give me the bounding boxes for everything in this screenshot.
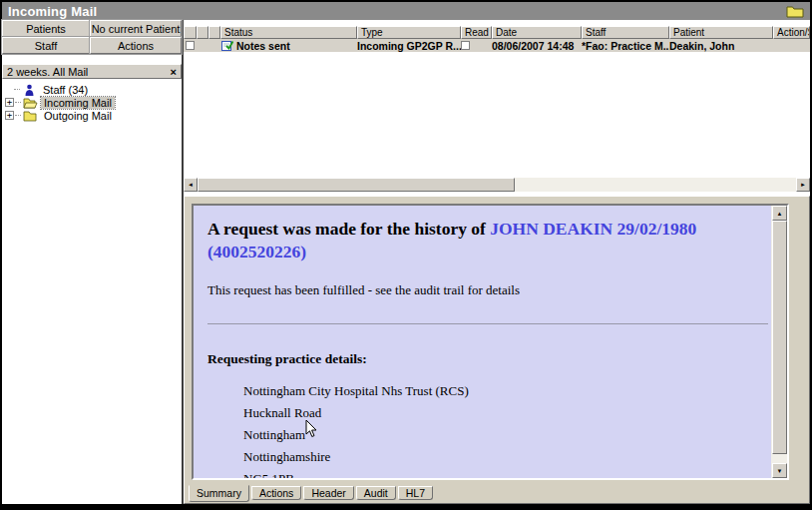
closed-folder-icon	[23, 110, 38, 122]
tab-summary[interactable]: Summary	[189, 485, 249, 502]
tab-hl7[interactable]: HL7	[398, 486, 433, 500]
mail-filter-label: 2 weeks. All Mail	[7, 66, 88, 78]
tree-connector	[14, 89, 20, 90]
application-window: Incoming Mail Patients No current Patien…	[2, 2, 810, 504]
message-summary-view: A request was made for the history of JO…	[192, 204, 789, 480]
scroll-right-icon[interactable]: ►	[796, 178, 810, 192]
open-folder-icon	[23, 97, 38, 109]
row-cell-blank2	[208, 39, 220, 52]
scroll-down-icon[interactable]: ▼	[772, 463, 787, 478]
sidebar: Patients No current Patient Staff Action…	[2, 20, 184, 504]
row-cell-status: Notes sent	[220, 39, 357, 52]
tab-header[interactable]: Header	[303, 486, 353, 500]
read-checkbox[interactable]	[461, 41, 470, 50]
address-line: NG5 1PB	[243, 468, 765, 480]
practice-address: Nottingham City Hospital Nhs Trust (RCS)…	[243, 380, 765, 480]
title-bar: Incoming Mail	[2, 2, 810, 20]
row-cell-action-status	[773, 39, 810, 52]
tree-item-incoming-mail[interactable]: + Incoming Mail	[2, 96, 182, 109]
vertical-scrollbar[interactable]: ▲ ▼	[771, 206, 787, 478]
expand-icon[interactable]: +	[5, 111, 14, 120]
column-header-action-status[interactable]: Action/S	[773, 26, 810, 39]
notes-sent-icon	[221, 40, 233, 51]
row-select-checkbox[interactable]	[186, 41, 195, 50]
tab-audit[interactable]: Audit	[356, 486, 396, 500]
scroll-up-icon[interactable]: ▲	[772, 206, 787, 221]
tree-item-label: Staff (34)	[40, 84, 91, 96]
expand-icon[interactable]: +	[5, 98, 14, 107]
tree-item-outgoing-mail[interactable]: + Outgoing Mail	[2, 109, 182, 122]
mail-table-header: Status Type Read Date Staff Patient Acti…	[184, 26, 810, 39]
tree-item-staff[interactable]: Staff (34)	[2, 83, 182, 96]
column-header-staff[interactable]: Staff	[582, 26, 669, 39]
mail-list-area: Status Type Read Date Staff Patient Acti…	[184, 20, 810, 504]
practice-details-heading: Requesting practice details:	[207, 351, 765, 367]
column-header-status[interactable]: Status	[220, 26, 357, 39]
table-row[interactable]: Notes sent Incoming GP2GP R... 08/06/200…	[184, 39, 810, 52]
message-detail-panel: A request was made for the history of JO…	[184, 196, 810, 504]
tree-item-label: Outgoing Mail	[41, 110, 115, 122]
column-header-select[interactable]	[184, 26, 197, 39]
divider	[207, 323, 768, 324]
address-line: Nottinghamshire	[243, 446, 765, 468]
address-line: Nottingham	[243, 424, 765, 446]
tree-connector	[15, 115, 21, 116]
tree-item-label: Incoming Mail	[41, 97, 115, 109]
staff-button[interactable]: Staff	[2, 37, 90, 54]
detail-tab-bar: Summary Actions Header Audit HL7	[189, 486, 435, 505]
column-header-patient[interactable]: Patient	[669, 26, 773, 39]
column-header-read[interactable]: Read	[461, 26, 492, 39]
vertical-scrollbar-thumb[interactable]	[772, 221, 787, 454]
person-icon	[22, 84, 37, 96]
row-cell-patient: Deakin, John	[669, 39, 773, 52]
address-line: Nottingham City Hospital Nhs Trust (RCS)	[243, 380, 765, 402]
mail-filter-header: 2 weeks. All Mail ×	[2, 64, 182, 79]
address-line: Hucknall Road	[243, 402, 765, 424]
page-title: Incoming Mail	[8, 4, 97, 19]
horizontal-scrollbar[interactable]: ◄ ►	[184, 178, 810, 192]
request-heading: A request was made for the history of JO…	[207, 218, 765, 263]
row-cell-blank1	[197, 39, 208, 52]
no-current-patient-button[interactable]: No current Patient	[90, 20, 182, 37]
column-header-blank1[interactable]	[197, 26, 208, 39]
actions-button[interactable]: Actions	[90, 37, 182, 54]
horizontal-scrollbar-thumb[interactable]	[198, 178, 515, 192]
column-header-blank2[interactable]	[208, 26, 220, 39]
message-document: A request was made for the history of JO…	[194, 206, 771, 478]
column-header-date[interactable]: Date	[492, 26, 582, 39]
row-cell-date: 08/06/2007 14:48	[492, 39, 582, 52]
row-cell-type: Incoming GP2GP R...	[357, 39, 461, 52]
folder-icon[interactable]	[786, 5, 804, 18]
mail-folder-tree: Staff (34) + Incoming Mail + Outgoing Ma…	[2, 83, 182, 122]
request-status-text: This request has been fulfilled - see th…	[207, 282, 765, 298]
request-heading-prefix: A request was made for the history of	[207, 219, 490, 239]
row-cell-staff: *Fao: Practice M...	[582, 39, 669, 52]
tree-connector	[15, 102, 21, 103]
close-icon[interactable]: ×	[171, 67, 177, 77]
sidebar-button-group: Patients No current Patient Staff Action…	[2, 20, 182, 54]
scroll-left-icon[interactable]: ◄	[184, 178, 198, 192]
patients-button[interactable]: Patients	[2, 20, 90, 37]
column-header-type[interactable]: Type	[357, 26, 461, 39]
status-text: Notes sent	[236, 40, 290, 52]
tab-actions[interactable]: Actions	[251, 486, 301, 500]
